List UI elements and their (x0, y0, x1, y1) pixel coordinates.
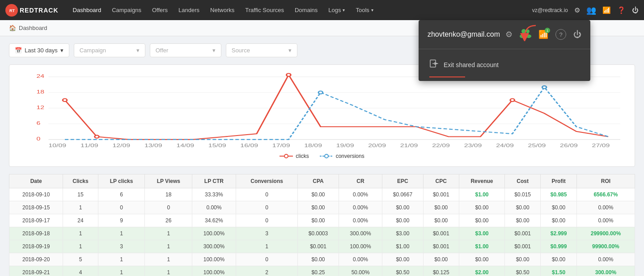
cell-13: 300.00% (576, 266, 635, 276)
cell-1: 5 (63, 253, 98, 266)
svg-text:21/09: 21/09 (400, 143, 418, 148)
nav-links: Dashboard Campaigns Offers Landers Netwo… (68, 0, 532, 20)
cell-2: 1 (98, 227, 145, 240)
cell-4: 33.33% (192, 188, 236, 201)
cell-5: 0 (236, 214, 298, 227)
cell-13: 0.00% (576, 214, 635, 227)
nav-domains[interactable]: Domains (289, 0, 323, 20)
popup-underline (429, 76, 465, 77)
exit-shared-account-button[interactable]: Exit shared account (419, 53, 590, 76)
nav-traffic-sources[interactable]: Traffic Sources (240, 0, 289, 20)
table-row: 2018-09-20511100.00%0$0.000.00%$0.00$0.0… (9, 253, 635, 266)
nav-campaigns[interactable]: Campaigns (106, 0, 147, 20)
cell-7: 100.00% (339, 240, 382, 253)
col-cost: Cost (504, 174, 540, 188)
cell-12: $0.00 (541, 214, 576, 227)
cell-6: $0.25 (298, 266, 339, 276)
col-clicks: Clicks (63, 174, 98, 188)
table-row: 2018-09-172492634.62%0$0.000.00%$0.00$0.… (9, 214, 635, 227)
cell-0: 2018-09-18 (9, 227, 63, 240)
svg-text:11/09: 11/09 (80, 143, 98, 148)
cell-5: 0 (236, 253, 298, 266)
svg-text:16/09: 16/09 (240, 143, 258, 148)
nav-tools[interactable]: Tools ▾ (350, 0, 378, 20)
svg-text:17/09: 17/09 (272, 143, 290, 148)
cell-9: $0.001 (423, 240, 459, 253)
cell-7: 0.00% (339, 253, 382, 266)
chart-svg: 24 18 12 6 0 10/09 11/09 12/09 13/09 14/… (17, 72, 627, 148)
cell-12: $0.999 (541, 240, 576, 253)
cell-7: 300.00% (339, 227, 382, 240)
cell-12: $2.999 (541, 227, 576, 240)
cell-1: 1 (63, 201, 98, 214)
col-cpc: CPC (423, 174, 459, 188)
exit-icon (429, 59, 438, 70)
cell-3: 1 (145, 227, 192, 240)
col-roi: ROI (576, 174, 635, 188)
svg-text:18: 18 (36, 89, 44, 94)
nav-settings-icon[interactable]: ⚙ (574, 6, 580, 14)
top-navigation: RT REDTRACK Dashboard Campaigns Offers L… (0, 0, 644, 20)
svg-text:23/09: 23/09 (464, 143, 482, 148)
popup-help-icon[interactable]: ? (555, 29, 566, 40)
cell-10: $1.00 (459, 188, 504, 201)
nav-help-icon[interactable]: ❓ (617, 6, 626, 14)
cell-11: $0.00 (504, 253, 540, 266)
date-filter[interactable]: 📅 Last 30 days ▾ (9, 43, 69, 57)
popup-header: zhovtenko@gmail.com ⚙ 📶 1 ? ⏻ (419, 20, 590, 49)
source-filter[interactable]: Source ▾ (226, 43, 297, 57)
cell-4: 100.00% (192, 253, 236, 266)
cell-5: 0 (236, 188, 298, 201)
logo[interactable]: RT REDTRACK (5, 4, 59, 17)
cell-12: $0.00 (541, 201, 576, 214)
cell-6: $0.00 (298, 214, 339, 227)
svg-point-43 (526, 34, 531, 38)
cell-4: 100.00% (192, 266, 236, 276)
cell-7: 0.00% (339, 201, 382, 214)
svg-point-37 (284, 154, 288, 158)
nav-networks[interactable]: Networks (205, 0, 240, 20)
popup-rss-icon[interactable]: 📶 1 (538, 30, 548, 39)
cell-0: 2018-09-17 (9, 214, 63, 227)
cell-4: 0.00% (192, 201, 236, 214)
cell-4: 300.00% (192, 240, 236, 253)
cell-7: 0.00% (339, 214, 382, 227)
nav-landers[interactable]: Landers (173, 0, 205, 20)
cell-0: 2018-09-15 (9, 201, 63, 214)
cell-9: $0.001 (423, 227, 459, 240)
cell-0: 2018-09-10 (9, 188, 63, 201)
offer-filter[interactable]: Offer ▾ (150, 43, 221, 57)
logo-text: REDTRACK (20, 7, 59, 14)
cell-2: 6 (98, 188, 145, 201)
campaign-filter[interactable]: Campaign ▾ (74, 43, 145, 57)
table-row: 2018-09-19131300.00%1$0.001100.00%$1.00$… (9, 240, 635, 253)
popup-gear-icon[interactable]: ⚙ (505, 30, 513, 39)
popup-power-icon[interactable]: ⏻ (573, 30, 581, 39)
nav-rss-icon[interactable]: 📶 (602, 6, 611, 14)
nav-logs[interactable]: Logs ▾ (323, 0, 350, 20)
svg-text:20/09: 20/09 (368, 143, 386, 148)
svg-text:27/09: 27/09 (592, 143, 610, 148)
cell-5: 2 (236, 266, 298, 276)
nav-users-icon[interactable]: 👥 (586, 5, 596, 15)
cell-11: $0.00 (504, 201, 540, 214)
cell-6: $0.0003 (298, 227, 339, 240)
cell-10: $0.00 (459, 201, 504, 214)
calendar-icon: 📅 (15, 47, 22, 54)
cell-8: $0.00 (382, 253, 423, 266)
nav-offers[interactable]: Offers (147, 0, 173, 20)
cell-13: 0.00% (576, 253, 635, 266)
popup-users-icon[interactable] (520, 28, 531, 41)
col-cr: CR (339, 174, 382, 188)
cell-10: $2.00 (459, 266, 504, 276)
nav-power-icon[interactable]: ⏻ (632, 6, 639, 14)
date-filter-label: Last 30 days (25, 47, 58, 54)
cell-13: 6566.67% (576, 188, 635, 201)
cell-13: 0.00% (576, 201, 635, 214)
cell-2: 9 (98, 214, 145, 227)
cell-3: 1 (145, 253, 192, 266)
source-filter-arrow: ▾ (288, 47, 292, 54)
cell-1: 4 (63, 266, 98, 276)
cell-2: 1 (98, 266, 145, 276)
nav-dashboard[interactable]: Dashboard (68, 0, 107, 20)
